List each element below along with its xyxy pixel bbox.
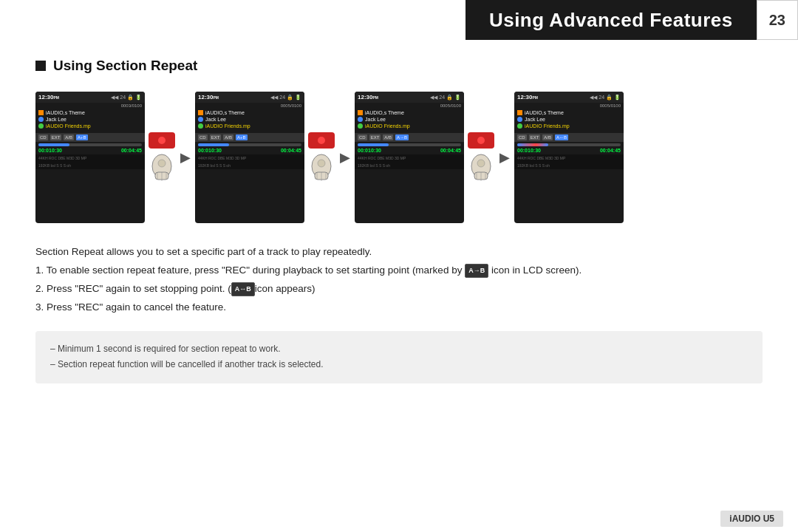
- section-square-icon: [35, 61, 46, 71]
- screen-item-2b: Jack Lee: [205, 117, 226, 122]
- screen-item-1c: iAUDIO Friends.mp: [46, 123, 91, 129]
- screen-item-1a: iAUDIO,s Theme: [46, 110, 85, 115]
- screen-info-1b: 192KB bsl S S S oh: [38, 163, 71, 168]
- screen-icons-3: ◀◀ 24 🔒 🔋: [430, 95, 461, 100]
- svg-point-11: [318, 160, 325, 167]
- note-line-2: – Section repeat function will be cancel…: [50, 357, 748, 373]
- device-screen-1: 12:30PM ◀◀ 24 🔒 🔋 0003/0100 iAUDIO,s The…: [35, 92, 145, 223]
- screen-info-3b: 192KB bsl S S S oh: [358, 163, 390, 168]
- rec-button-2: [308, 132, 335, 149]
- device-screen-3: 12:30PM ◀◀ 24 🔒 🔋 0005/0100 iAUDIO,s The…: [355, 92, 464, 223]
- arrow-button-2: [307, 132, 335, 183]
- screen-item-3b: Jack Lee: [365, 117, 386, 122]
- screen-item-3a: iAUDIO,s Theme: [365, 110, 404, 115]
- instruction-intro: Section Repeat allows you to set a speci…: [35, 244, 763, 261]
- screen-info-4b: 192KB bsl S S S oh: [517, 163, 550, 168]
- screen-track-3: 0005/0100: [355, 103, 464, 109]
- screen-elapsed-3: 00:010:30: [358, 148, 381, 153]
- main-content: Using Section Repeat 12:30PM ◀◀ 24 🔒 🔋 0…: [0, 40, 798, 395]
- screen-item-2c: iAUDIO Friends.mp: [205, 123, 250, 129]
- page-number: 23: [757, 0, 798, 40]
- ab-icon-step1: A→B: [465, 264, 488, 278]
- rec-dot-3: [477, 137, 485, 144]
- screen-icons-2: ◀◀ 24 🔒 🔋: [270, 95, 301, 100]
- note-line-1: – Minimum 1 second is required for secti…: [50, 341, 748, 358]
- screen-item-3c: iAUDIO Friends.mp: [365, 123, 410, 129]
- footer: iAUDIO U5: [720, 511, 783, 525]
- page-title: Using Advanced Features: [489, 9, 733, 32]
- screen-info-2b: 192KB bsl S S S oh: [198, 163, 231, 168]
- hand-icon-2: [307, 150, 335, 183]
- screen-btn-cd-3: CD: [358, 134, 367, 140]
- header-title-block: Using Advanced Features: [466, 0, 757, 40]
- screen-elapsed-1: 00:010:30: [38, 148, 62, 153]
- screen-btn-apb-2: A+B: [236, 134, 248, 140]
- instruction-step2: 2. Press "REC" again to set stopping poi…: [35, 281, 763, 298]
- screen-info-4: 44KH ROC DBE M3D 3D MP: [517, 156, 565, 160]
- arrow-button-3: [467, 132, 495, 183]
- screen-time-1: 12:30PM: [38, 94, 59, 100]
- screen-icons-4: ◀◀ 24 🔒 🔋: [590, 95, 621, 100]
- screen-btn-apb-4: A↔B: [555, 134, 568, 140]
- screen-btn-ext-4: EXT: [529, 134, 541, 140]
- screen-info-2: 44KH ROC DBE M3D 3D MP: [198, 156, 246, 160]
- screen-btn-cd-1: CD: [38, 134, 48, 140]
- screen-btn-ext-2: EXT: [210, 134, 222, 140]
- rec-dot-1: [158, 137, 166, 144]
- screen-btn-cd-2: CD: [198, 134, 208, 140]
- screen-btn-ab-3: A/B: [383, 134, 393, 140]
- device-screen-4: 12:30PM ◀◀ 24 🔒 🔋 0005/0100 iAUDIO,s The…: [514, 92, 624, 223]
- screen-item-2a: iAUDIO,s Theme: [205, 110, 245, 115]
- screen-track-1: 0003/0100: [35, 103, 145, 109]
- device-screen-2: 12:30PM ◀◀ 24 🔒 🔋 0005/0100 iAUDIO,s The…: [195, 92, 304, 223]
- screen-btn-ab-2: A/B: [223, 134, 233, 140]
- hand-icon-1: [148, 150, 176, 183]
- screen-time-4: 12:30PM: [517, 94, 538, 100]
- screen-time-2: 12:30PM: [198, 94, 219, 100]
- section-heading: Using Section Repeat: [35, 58, 763, 74]
- arrow-button-1: [148, 132, 176, 183]
- screen-btn-apb-3: A→B: [395, 134, 409, 140]
- svg-point-17: [477, 160, 485, 167]
- rec-button-1: [149, 132, 175, 149]
- ab-icon-step2: A↔B: [231, 282, 255, 296]
- screen-track-2: 0005/0100: [195, 103, 304, 109]
- arrow-2: ▶: [340, 149, 350, 166]
- svg-point-5: [158, 160, 166, 167]
- screen-elapsed-4: 00:010:30: [517, 148, 541, 153]
- rec-button-3: [468, 132, 494, 149]
- screen-btn-cd-4: CD: [517, 134, 527, 140]
- page-header: Using Advanced Features 23: [0, 0, 798, 40]
- screen-info-1: 44KH ROC DBE M3D 3D MP: [38, 156, 86, 160]
- screen-btn-ext-1: EXT: [50, 134, 62, 140]
- rec-dot-2: [318, 137, 325, 144]
- screen-btn-ab-1: A/B: [64, 134, 74, 140]
- screen-item-4a: iAUDIO,s Theme: [525, 110, 564, 115]
- diagrams-row: 12:30PM ◀◀ 24 🔒 🔋 0003/0100 iAUDIO,s The…: [35, 92, 763, 223]
- hand-icon-3: [467, 150, 495, 183]
- screen-item-1b: Jack Lee: [46, 117, 66, 122]
- screen-remain-3: 00:04:45: [440, 148, 461, 153]
- screen-item-4b: Jack Lee: [525, 117, 545, 122]
- screen-icons-1: ◀◀ 24 🔒 🔋: [111, 95, 142, 100]
- screen-remain-1: 00:04:45: [121, 148, 142, 153]
- screen-remain-2: 00:04:45: [281, 148, 301, 153]
- section-title: Using Section Repeat: [53, 58, 197, 74]
- note-box: – Minimum 1 second is required for secti…: [35, 331, 763, 383]
- footer-label: iAUDIO U5: [720, 511, 783, 527]
- instructions-block: Section Repeat allows you to set a speci…: [35, 244, 763, 316]
- screen-remain-4: 00:04:45: [600, 148, 621, 153]
- screen-info-3: 44KH ROC DBE M3D 3D MP: [358, 156, 406, 160]
- arrow-1: ▶: [180, 149, 191, 166]
- arrow-3: ▶: [499, 149, 510, 166]
- screen-track-4: 0005/0100: [514, 103, 624, 109]
- screen-btn-ab-4: A/B: [542, 134, 553, 140]
- screen-btn-ext-3: EXT: [369, 134, 381, 140]
- screen-elapsed-2: 00:010:30: [198, 148, 222, 153]
- instruction-step1: 1. To enable section repeat feature, pre…: [35, 262, 763, 279]
- screen-item-4c: iAUDIO Friends.mp: [525, 123, 570, 129]
- screen-btn-apb-1: A+B: [76, 134, 88, 140]
- instruction-step3: 3. Press "REC" again to cancel the featu…: [35, 299, 763, 316]
- screen-time-3: 12:30PM: [358, 94, 378, 100]
